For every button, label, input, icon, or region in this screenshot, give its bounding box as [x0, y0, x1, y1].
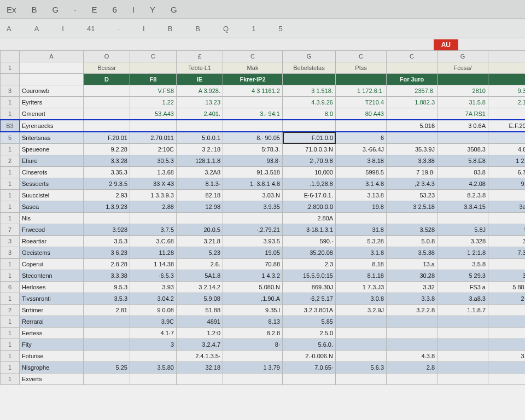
cell[interactable]: [387, 108, 438, 120]
cell[interactable]: ,2.800.0.0: [283, 201, 336, 213]
row-number[interactable]: 1: [1, 201, 20, 213]
cell[interactable]: [438, 351, 488, 362]
table-row[interactable]: 1Speueone9.2.282:10C3 2.:185:78.3.71.0.0…: [1, 144, 526, 155]
row-label[interactable]: Stecontenn: [20, 270, 84, 282]
cell[interactable]: 8.0: [283, 108, 336, 120]
cell[interactable]: 1.2:0: [177, 328, 223, 339]
cell[interactable]: 3.3.28: [84, 155, 130, 167]
cell[interactable]: 2.8: [387, 362, 438, 374]
ribbon-item[interactable]: Ex: [7, 5, 16, 14]
cell[interactable]: [336, 328, 387, 339]
cell[interactable]: 3: [130, 339, 177, 351]
cell[interactable]: 2.81: [84, 305, 130, 316]
cell[interactable]: 7.0.65·: [283, 362, 336, 374]
cell[interactable]: 31.8: [336, 224, 387, 236]
secbar-item[interactable]: 1: [252, 25, 255, 33]
cell[interactable]: 869.30J: [283, 282, 336, 293]
table-row[interactable]: 1Foturise2.4.1.3.5·2.·0.006.N4.3.83.3.8: [1, 351, 526, 362]
row-number[interactable]: 1: [1, 144, 20, 155]
cell[interactable]: [488, 328, 526, 339]
cell[interactable]: 1.3.68: [130, 167, 177, 178]
cell[interactable]: 3.2.2.8: [387, 305, 438, 316]
cell[interactable]: [130, 120, 177, 132]
row-number[interactable]: 1: [1, 167, 20, 178]
cell[interactable]: 2810: [438, 85, 488, 97]
cell[interactable]: 7.3.88: [488, 247, 526, 259]
row-number[interactable]: 3: [1, 247, 20, 259]
row-label[interactable]: Nis: [20, 213, 84, 224]
cell[interactable]: 33.5: [488, 236, 526, 247]
cell[interactable]: 80 A43: [336, 108, 387, 120]
cell[interactable]: 1 7.3.J3: [336, 282, 387, 293]
cell[interactable]: 8.2.3.8: [438, 190, 488, 201]
cell[interactable]: 3 2.14.2: [177, 282, 223, 293]
cell[interactable]: 2.5.0: [283, 328, 336, 339]
cell[interactable]: 3.7.5: [130, 224, 177, 236]
cell[interactable]: 70.88: [223, 259, 283, 270]
cell[interactable]: [130, 374, 177, 385]
cell[interactable]: 2.401.: [177, 108, 223, 120]
cell[interactable]: [84, 328, 130, 339]
cell[interactable]: [336, 351, 387, 362]
table-row[interactable]: 5SritertsnasF.20.012.70.0115.0.0.18.· 90…: [1, 132, 526, 144]
cell[interactable]: [488, 108, 526, 120]
row-label[interactable]: Sritertsnas: [20, 132, 84, 144]
cell[interactable]: 1.1.8.7: [438, 305, 488, 316]
table-row[interactable]: B3Eyrenaecks5.0163 0.6AE.F.20.01: [1, 120, 526, 132]
cell[interactable]: 5.0.8: [387, 236, 438, 247]
cell[interactable]: 3508.3: [438, 144, 488, 155]
table-row[interactable]: 1Tivssnronti3.5.33.04.25.9.08,1.90.A·6,2…: [1, 293, 526, 305]
table-row[interactable]: 1Eyriters1.2213.234.3.9.26T210.41.882.33…: [1, 97, 526, 108]
cell[interactable]: 3.·66.4J: [336, 144, 387, 155]
cell[interactable]: 71.0.0.3.N: [283, 144, 336, 155]
cell[interactable]: 2.70.011: [130, 132, 177, 144]
cell[interactable]: FS3 a: [438, 282, 488, 293]
row-number[interactable]: 2: [1, 305, 20, 316]
cell[interactable]: [84, 339, 130, 351]
cell[interactable]: 35.20.08: [283, 247, 336, 259]
cell[interactable]: 1 2.0.3: [488, 155, 526, 167]
row-label[interactable]: Gmenort: [20, 108, 84, 120]
cell[interactable]: 19.05: [223, 247, 283, 259]
table-row[interactable]: 3Gecistems3 6.2311.285,2319.0535.20.083.…: [1, 247, 526, 259]
row-number[interactable]: 2: [1, 155, 20, 167]
table-row[interactable]: 1Stecontenn3.3.38·6.5.35A1.81 4.3.215.5.…: [1, 270, 526, 282]
row-number[interactable]: 1: [1, 374, 20, 385]
row-label[interactable]: Frwecod: [20, 224, 84, 236]
cell[interactable]: [488, 213, 526, 224]
cell[interactable]: 8.2.8: [223, 328, 283, 339]
cell[interactable]: 5.0.0.1: [177, 132, 223, 144]
cell[interactable]: 2.4.1.3.5·: [177, 351, 223, 362]
cell[interactable]: 1.3.9.23: [84, 201, 130, 213]
cell[interactable]: 3.5.3: [84, 293, 130, 305]
cell[interactable]: 3.5.38: [387, 247, 438, 259]
cell[interactable]: 3.a8.3: [438, 293, 488, 305]
column-header[interactable]: £: [177, 51, 223, 62]
row-label[interactable]: Rerraral: [20, 316, 84, 328]
cell[interactable]: 3.03.N: [223, 190, 283, 201]
column-header[interactable]: C: [223, 51, 283, 62]
cell[interactable]: 1 2:1.8: [438, 247, 488, 259]
cell[interactable]: 1.22: [130, 97, 177, 108]
cell[interactable]: 2 9.3.5: [84, 178, 130, 190]
row-label[interactable]: Suuccistel: [20, 190, 84, 201]
row-label[interactable]: Eyriters: [20, 97, 84, 108]
row-label[interactable]: Roeartiar: [20, 236, 84, 247]
cell[interactable]: 3.93: [130, 282, 177, 293]
cell[interactable]: 5.080.N: [223, 282, 283, 293]
row-number[interactable]: 3: [1, 85, 20, 97]
cell[interactable]: 5.9.08: [177, 293, 223, 305]
row-number[interactable]: 1: [1, 351, 20, 362]
column-header[interactable]: A: [20, 51, 84, 62]
row-number[interactable]: 5: [1, 132, 20, 144]
cell[interactable]: [488, 339, 526, 351]
cell[interactable]: 11.28: [130, 247, 177, 259]
row-number[interactable]: 3: [1, 236, 20, 247]
cell[interactable]: 32.18: [177, 362, 223, 374]
row-number[interactable]: 1: [1, 62, 20, 74]
cell[interactable]: ,1.90.A: [223, 293, 283, 305]
ribbon-item[interactable]: G: [52, 5, 59, 14]
cell[interactable]: [438, 132, 488, 144]
column-header[interactable]: O: [84, 51, 130, 62]
cell[interactable]: [84, 351, 130, 362]
